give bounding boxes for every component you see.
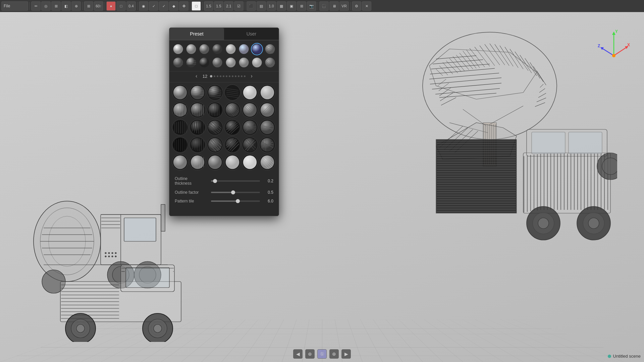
sphere-6[interactable] xyxy=(238,43,250,55)
tool-diamond[interactable]: ◆ xyxy=(169,1,178,11)
sphere-14[interactable] xyxy=(238,56,250,69)
brush-1-4[interactable] xyxy=(224,84,240,101)
brush-5-2[interactable] xyxy=(190,154,206,170)
tool-3d-box[interactable]: ⬛ xyxy=(247,1,256,11)
brush-3-6[interactable] xyxy=(259,119,275,135)
pattern-tile-track[interactable] xyxy=(211,200,260,202)
brush-4-1[interactable] xyxy=(172,137,188,153)
brush-4-6[interactable] xyxy=(259,137,275,153)
svg-rect-34 xyxy=(126,267,169,288)
tool-globe[interactable]: ⊕ xyxy=(71,1,81,11)
sphere-12[interactable] xyxy=(211,56,223,69)
nav-next-arrow[interactable]: ▶ xyxy=(341,349,351,359)
brush-1-5[interactable] xyxy=(242,84,258,101)
sphere-4[interactable] xyxy=(211,43,223,55)
sphere-13[interactable] xyxy=(225,56,237,69)
tool-settings[interactable]: ⚙ xyxy=(352,1,361,11)
tool-circle[interactable]: ◉ xyxy=(139,1,148,11)
outline-thickness-thumb[interactable] xyxy=(213,179,217,183)
page-next-arrow[interactable]: › xyxy=(248,73,255,79)
tool-mat[interactable]: ▣ xyxy=(287,1,296,11)
file-menu[interactable]: File xyxy=(1,1,28,11)
tool-expand[interactable]: ⊞ xyxy=(297,1,306,11)
brush-5-1[interactable] xyxy=(172,154,188,170)
sphere-7-selected[interactable] xyxy=(251,43,263,55)
sphere-9[interactable] xyxy=(172,56,184,69)
nav-add-icon[interactable]: ⊕ xyxy=(329,349,339,359)
sphere-11[interactable] xyxy=(198,56,210,69)
tool-hatching[interactable]: ▦ xyxy=(277,1,286,11)
brush-4-2[interactable] xyxy=(190,137,206,153)
tool-vr[interactable]: VR xyxy=(339,1,349,11)
sphere-10[interactable] xyxy=(185,56,197,69)
brush-2-4[interactable] xyxy=(224,102,240,118)
brush-3-4[interactable] xyxy=(224,119,240,135)
brush-4-5[interactable] xyxy=(242,137,258,153)
pattern-tile-thumb[interactable] xyxy=(236,199,240,203)
brush-3-2[interactable] xyxy=(190,119,206,135)
sphere-1[interactable] xyxy=(172,43,184,55)
tool-view3[interactable]: ◧ xyxy=(61,1,71,11)
brush-5-4[interactable] xyxy=(224,154,240,170)
opacity-value[interactable]: 0.4 xyxy=(126,1,136,11)
brush-1-2[interactable] xyxy=(190,84,206,101)
tool-camera2[interactable]: 📷 xyxy=(307,1,316,11)
brush-5-3[interactable] xyxy=(207,154,223,170)
sphere-3[interactable] xyxy=(198,43,210,55)
brush-1-6[interactable] xyxy=(259,84,275,101)
brush-5-5[interactable] xyxy=(242,154,258,170)
brush-2-5[interactable] xyxy=(242,102,258,118)
tool-render[interactable]: ● xyxy=(106,1,116,11)
brush-5-6[interactable] xyxy=(259,154,275,170)
svg-point-235 xyxy=(173,86,187,99)
outline-factor-thumb[interactable] xyxy=(231,190,235,194)
outline-thickness-track[interactable] xyxy=(211,180,260,182)
nav-gyroscope-icon[interactable]: ⊕ xyxy=(305,349,315,359)
tab-preset[interactable]: Preset xyxy=(169,28,224,40)
nav-circle-1-icon[interactable]: ① xyxy=(317,349,327,359)
tool-camera[interactable]: ◎ xyxy=(41,1,51,11)
brush-3-5[interactable] xyxy=(242,119,258,135)
brush-3-1[interactable] xyxy=(172,119,188,135)
tool-check1[interactable]: ✓ xyxy=(149,1,158,11)
viewport[interactable]: Y X Z Untitled scene ◀ ⊕ ① ⊕ ▶ Preset Us… xyxy=(0,12,644,362)
tool-check2[interactable]: ✓ xyxy=(159,1,168,11)
slider-row-pattern-tile: Pattern tile 6.0 xyxy=(175,199,273,203)
tool-box[interactable]: □ xyxy=(116,1,126,11)
tool-clover[interactable]: ✤ xyxy=(179,1,189,11)
brush-1-3[interactable] xyxy=(207,84,223,101)
sphere-15[interactable] xyxy=(251,56,263,69)
val-1-5b[interactable]: 1.5 xyxy=(214,1,223,11)
brush-2-1[interactable] xyxy=(172,102,188,118)
tool-close[interactable]: ✕ xyxy=(362,1,371,11)
tool-edit[interactable]: ✏ xyxy=(31,1,41,11)
fps-value[interactable]: 60↑ xyxy=(94,1,103,11)
val-1-0[interactable]: 1.0 xyxy=(267,1,276,11)
brush-2-6[interactable] xyxy=(259,102,275,118)
sphere-2[interactable] xyxy=(185,43,197,55)
brush-3-3[interactable] xyxy=(207,119,223,135)
tool-grid[interactable]: ⊞ xyxy=(84,1,93,11)
tool-headphones[interactable]: 🎧 xyxy=(319,1,329,11)
tab-user[interactable]: User xyxy=(224,28,279,40)
brush-4-4[interactable] xyxy=(224,137,240,153)
scene-label: Untitled scene xyxy=(608,354,641,359)
nav-prev-arrow[interactable]: ◀ xyxy=(293,349,303,359)
sphere-8[interactable] xyxy=(264,43,276,55)
tool-monitor[interactable]: 🖥 xyxy=(329,1,339,11)
brush-2-2[interactable] xyxy=(190,102,206,118)
tool-checkbox[interactable]: ☑ xyxy=(234,1,244,11)
tool-white-box[interactable]: □ xyxy=(192,1,201,11)
brush-1-1[interactable] xyxy=(172,84,188,101)
val-1-5a[interactable]: 1.5 xyxy=(204,1,213,11)
sphere-16[interactable] xyxy=(264,56,276,69)
val-2-1[interactable]: 2.1 xyxy=(224,1,233,11)
brush-2-3[interactable] xyxy=(207,102,223,118)
sphere-5[interactable] xyxy=(225,43,237,55)
page-dot-1 xyxy=(210,75,212,77)
tool-view2[interactable]: ⊞ xyxy=(51,1,61,11)
tool-layers[interactable]: ▤ xyxy=(257,1,266,11)
outline-factor-track[interactable] xyxy=(211,192,260,193)
brush-4-3[interactable] xyxy=(207,137,223,153)
page-prev-arrow[interactable]: ‹ xyxy=(193,73,200,79)
